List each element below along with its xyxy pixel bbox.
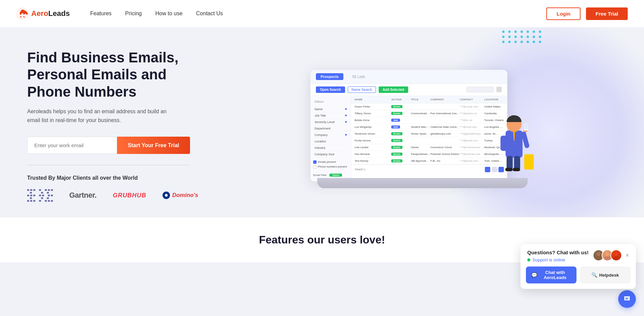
svg-point-16 [595, 256, 602, 260]
table-row: Belida Girna Add ***@bc.ca Toronto, Onta… [351, 117, 507, 124]
db-filters: Filters Name Job Title Seniority Level D… [310, 96, 351, 181]
svg-point-20 [613, 256, 620, 260]
table-row: Luz Melgarejo Add Student Manager Of Mod… [351, 124, 507, 131]
filter-name: Name [313, 106, 348, 113]
hero-form: Start Your Free Trial [27, 137, 190, 154]
hero-dashboard: Prospects 55 Lists Open Search Name Sear… [204, 70, 628, 181]
trusted-text: Trusted By Major Clients all over the Wo… [27, 175, 190, 181]
svg-rect-9 [505, 168, 513, 171]
db-tab-prospects: Prospects [316, 73, 343, 80]
person-illustration [494, 100, 538, 171]
db-open-search-btn: Open Search [316, 86, 345, 93]
chat-status-text: Support is online [532, 257, 565, 262]
chat-icon: 💬 [531, 272, 537, 278]
db-name-search-btn: Name Search [348, 86, 376, 93]
filter-dept: Department [313, 125, 348, 132]
chat-float-button[interactable] [618, 290, 636, 308]
hero-subtitle: Aeroleads helps you to find an email add… [27, 107, 170, 124]
chat-with-aeroleads-button[interactable]: 💬 Chat with AeroLeads [526, 266, 576, 283]
filter-company: Company [313, 132, 348, 138]
free-trial-nav-button[interactable]: Free Trial [586, 7, 628, 20]
svg-rect-14 [524, 154, 534, 170]
helpdesk-button[interactable]: 🔍 Helpdesk [580, 266, 630, 283]
db-body: Filters Name Job Title Seniority Level D… [310, 96, 507, 181]
db-filters-title: Filters [313, 100, 348, 103]
hero-divider [27, 165, 190, 165]
message-icon [623, 295, 631, 303]
db-add-selected-btn: Add Selected [379, 86, 408, 93]
db-table: Name Action Title Company Contact Locati… [351, 96, 507, 181]
table-row: Gav Bornear Exists Paraprofessional Park… [351, 151, 507, 158]
search-icon: 🔍 [591, 272, 597, 278]
filter-location: Location [313, 138, 348, 145]
svg-point-1 [21, 13, 23, 15]
nav-features[interactable]: Features [90, 11, 112, 17]
start-trial-button[interactable]: Start Your Free Trial [117, 137, 190, 154]
svg-rect-6 [500, 136, 507, 151]
chat-avatars [593, 250, 622, 261]
table-row: Link Lautke Exists Owner Commerce Cloud … [351, 144, 507, 151]
svg-rect-13 [524, 124, 528, 129]
filter-company-size: Company Size [313, 151, 348, 158]
dots-decoration [502, 31, 542, 43]
svg-rect-8 [514, 156, 520, 170]
chat-header: Questions? Chat with us! Support is onli… [520, 244, 636, 266]
nav-links: Features Pricing How to use Contact Us [90, 11, 547, 17]
dashboard-card: Prospects 55 Lists Open Search Name Sear… [310, 70, 507, 181]
chat-heading: Questions? Chat with us! [527, 250, 589, 255]
db-toolbar: Open Search Name Search Add Selected [310, 84, 507, 96]
hero-title: Find Business Emails, Personal Emails an… [27, 49, 190, 100]
table-row: Teodrome Simon Exists Senior Systems Adm… [351, 131, 507, 137]
chat-widget: Questions? Chat with us! Support is onli… [520, 244, 636, 289]
chat-close-button[interactable]: × [625, 252, 629, 258]
rocket-icon [16, 7, 29, 20]
navbar: AeroLeads Features Pricing How to use Co… [0, 0, 644, 27]
filter-job-title: Job Title [313, 113, 348, 119]
trusted-logos: Gartner. GRUBHUB Domino's [27, 189, 190, 202]
nav-actions: Login Free Trial [546, 7, 628, 20]
svg-point-15 [596, 252, 601, 256]
gartner-logo: Gartner. [69, 191, 96, 200]
grubhub-logo: GRUBHUB [113, 192, 146, 199]
filter-seniority: Seniority Level [313, 119, 348, 125]
svg-point-18 [604, 256, 611, 260]
nav-pricing[interactable]: Pricing [125, 11, 142, 17]
svg-rect-10 [513, 168, 520, 171]
svg-rect-22 [625, 299, 628, 299]
db-tab-lists: 55 Lists [347, 73, 370, 80]
dominos-logo: Domino's [163, 192, 198, 199]
svg-point-17 [605, 252, 609, 256]
table-row: Grace Fisher Exists ***@comp.com United … [351, 103, 507, 110]
svg-rect-21 [625, 298, 629, 298]
filter-industry: Industry [313, 145, 348, 151]
email-input[interactable] [27, 137, 117, 154]
hero-content: Find Business Emails, Personal Emails an… [27, 49, 190, 202]
dashboard-wrapper: Prospects 55 Lists Open Search Name Sear… [310, 70, 521, 181]
nav-how-to-use[interactable]: How to use [155, 11, 183, 17]
db-table-header: Name Action Title Company Contact Locati… [351, 96, 507, 103]
chat-status: Support is online [527, 257, 589, 262]
table-row: Tiffany Simon Exists Communications Offi… [351, 110, 507, 117]
ibm-logo [27, 189, 53, 202]
chat-action-buttons: 💬 Chat with AeroLeads 🔍 Helpdesk [520, 266, 636, 289]
login-button[interactable]: Login [546, 7, 581, 20]
logo[interactable]: AeroLeads [16, 7, 70, 20]
table-row: Purita Girona Exists ***@gmail.com Turke… [351, 137, 507, 144]
status-online-dot [527, 258, 530, 261]
svg-point-19 [614, 252, 618, 256]
hero-section: Find Business Emails, Personal Emails an… [0, 27, 644, 217]
chat-avatar-3 [610, 250, 622, 261]
svg-rect-7 [507, 156, 513, 170]
table-row: Ted Harvey Exists JIB Approval Electrici… [351, 158, 507, 164]
db-tabs: Prospects 55 Lists [310, 70, 507, 84]
nav-contact[interactable]: Contact Us [196, 11, 223, 17]
